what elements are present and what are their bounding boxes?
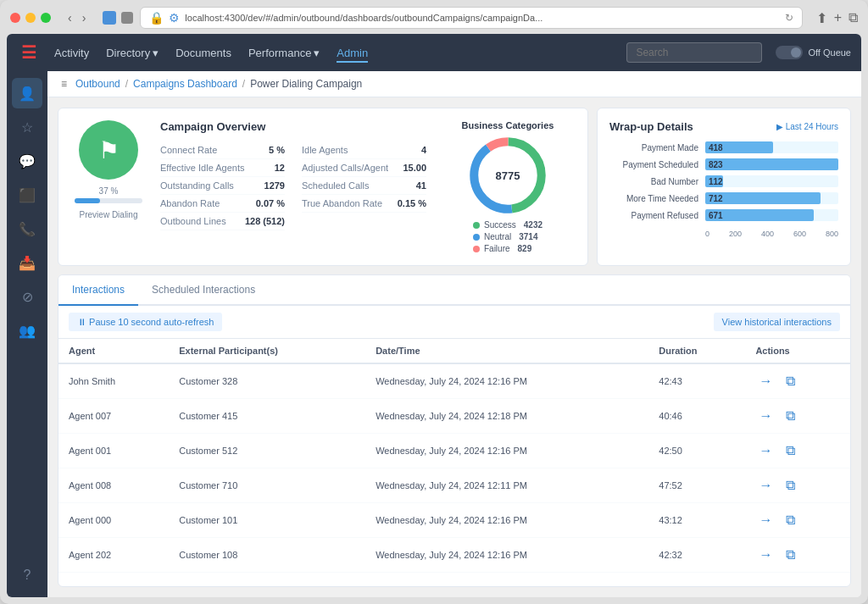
action-copy-button[interactable]: ⧉ bbox=[782, 372, 798, 391]
cell-actions: → ⧉ bbox=[745, 468, 850, 503]
bar-num: 712 bbox=[709, 194, 723, 203]
cell-datetime: Wednesday, July 24, 2024 12:16 PM bbox=[365, 363, 648, 399]
stats-left: Connect Rate 5 % Effective Idle Agents 1… bbox=[160, 141, 285, 230]
action-copy-button[interactable]: ⧉ bbox=[782, 476, 798, 495]
action-navigate-button[interactable]: → bbox=[755, 546, 776, 564]
donut-legend: Success 4232 Neutral 3714 bbox=[473, 220, 542, 253]
stat-idle-agents: Effective Idle Agents 12 bbox=[160, 159, 285, 177]
action-copy-button[interactable]: ⧉ bbox=[782, 511, 798, 529]
sidebar-icon-inbox[interactable]: 📥 bbox=[12, 247, 42, 278]
tab-scheduled[interactable]: Scheduled Interactions bbox=[138, 275, 269, 306]
nav-item-activity[interactable]: Activity bbox=[54, 43, 89, 63]
close-button[interactable] bbox=[10, 13, 20, 23]
sidebar-icon-settings[interactable]: ⊘ bbox=[12, 281, 42, 312]
search-input[interactable] bbox=[626, 42, 762, 63]
donut-chart: 8775 bbox=[470, 137, 546, 213]
bar-label: Payment Scheduled bbox=[609, 160, 698, 169]
bar-num: 418 bbox=[709, 143, 723, 152]
back-button[interactable]: ‹ bbox=[64, 9, 75, 26]
copy-button[interactable]: ⧉ bbox=[849, 10, 858, 26]
action-navigate-button[interactable]: → bbox=[755, 476, 776, 495]
nav-item-admin[interactable]: Admin bbox=[337, 43, 368, 63]
success-dot bbox=[473, 222, 480, 229]
stat-sched-calls: Scheduled Calls 41 bbox=[302, 177, 426, 195]
bar-fill bbox=[705, 158, 838, 170]
cell-actions: → ⧉ bbox=[745, 434, 850, 468]
stat-value: 5 % bbox=[269, 145, 285, 155]
share-button[interactable]: ⬆ bbox=[816, 10, 827, 26]
sidebar-icon-chat[interactable]: 💬 bbox=[12, 146, 42, 176]
new-tab-button[interactable]: + bbox=[834, 10, 842, 26]
nav-item-performance[interactable]: Performance ▾ bbox=[248, 43, 320, 63]
flag-icon: ⚑ bbox=[98, 136, 120, 164]
minimize-button[interactable] bbox=[25, 13, 36, 23]
cell-participant: Customer 415 bbox=[169, 399, 365, 434]
toggle-knob bbox=[791, 47, 801, 58]
maximize-button[interactable] bbox=[41, 13, 51, 23]
toggle-label: Off Queue bbox=[808, 47, 851, 58]
wrapup-header: Wrap-up Details ▶ Last 24 Hours bbox=[609, 120, 838, 133]
cell-actions: → ⧉ bbox=[745, 538, 850, 573]
bar-wrap: 671 bbox=[705, 209, 838, 221]
cell-duration: 43:12 bbox=[648, 503, 745, 538]
sidebar-icon-star[interactable]: ☆ bbox=[12, 112, 42, 142]
stat-adj-calls: Adjusted Calls/Agent 15.00 bbox=[302, 159, 426, 177]
cell-datetime: Wednesday, July 24, 2024 12:16 PM bbox=[365, 538, 648, 573]
wrapup-bar-bad-number: Bad Number 112 bbox=[609, 175, 838, 187]
action-navigate-button[interactable]: → bbox=[755, 511, 776, 529]
sidebar-icon-help[interactable]: ? bbox=[12, 560, 42, 590]
avatar-icon: 👤 bbox=[19, 86, 36, 102]
toggle-switch[interactable] bbox=[776, 46, 803, 59]
stat-value: 41 bbox=[416, 180, 426, 191]
cell-participant: Customer 328 bbox=[169, 363, 365, 399]
star-icon: ☆ bbox=[21, 119, 33, 136]
menu-icon[interactable]: ≡ bbox=[61, 78, 67, 90]
cell-participant: Customer 512 bbox=[169, 434, 365, 468]
phone-icon: 📞 bbox=[19, 221, 36, 237]
nav-item-documents[interactable]: Documents bbox=[175, 43, 231, 63]
campaign-stats: Campaign Overview Connect Rate 5 % bbox=[160, 120, 426, 253]
inbox-icon: 📥 bbox=[19, 255, 36, 271]
cell-duration: 47:52 bbox=[648, 468, 745, 503]
breadcrumb-sep-1: / bbox=[125, 78, 128, 90]
action-copy-button[interactable]: ⧉ bbox=[782, 407, 798, 425]
action-navigate-button[interactable]: → bbox=[755, 407, 776, 425]
address-bar[interactable]: 🔒 ⚙ localhost:4300/dev/#/admin/outbound/… bbox=[140, 7, 802, 29]
action-copy-button[interactable]: ⧉ bbox=[782, 546, 798, 564]
sidebar-icon-screen[interactable]: ⬛ bbox=[12, 180, 42, 210]
sidebar-icon-avatar[interactable]: 👤 bbox=[12, 78, 42, 108]
nav-items: Activity Directory ▾ Documents Performan… bbox=[54, 43, 613, 63]
stat-outstanding: Outstanding Calls 1279 bbox=[160, 177, 285, 195]
breadcrumb-outbound[interactable]: Outbound bbox=[75, 78, 120, 90]
forward-button[interactable]: › bbox=[79, 9, 90, 26]
col-participant: External Participant(s) bbox=[169, 339, 365, 363]
wrapup-time: ▶ Last 24 Hours bbox=[776, 122, 838, 131]
action-copy-button[interactable]: ⧉ bbox=[782, 441, 798, 460]
progress-bar-wrap: 37 % bbox=[75, 186, 142, 203]
cell-participant: Customer 710 bbox=[169, 468, 365, 503]
wrapup-card: Wrap-up Details ▶ Last 24 Hours Payment … bbox=[597, 108, 851, 266]
tab-interactions[interactable]: Interactions bbox=[58, 275, 138, 306]
col-actions: Actions bbox=[745, 339, 850, 363]
cell-agent: Agent 007 bbox=[58, 399, 169, 434]
sidebar-icon-phone[interactable]: 📞 bbox=[12, 213, 42, 244]
legend-neutral: Neutral 3714 bbox=[473, 232, 542, 241]
wrapup-bar-payment-refused: Payment Refused 671 bbox=[609, 209, 838, 221]
cell-actions: → ⧉ bbox=[745, 503, 850, 538]
donut-center-value: 8775 bbox=[496, 169, 520, 182]
bar-wrap: 112 bbox=[705, 175, 838, 187]
action-navigate-button[interactable]: → bbox=[755, 441, 776, 460]
stat-abandon: Abandon Rate 0.07 % bbox=[160, 195, 285, 213]
breadcrumb-current: Power Dialing Campaign bbox=[250, 78, 362, 90]
stat-outbound-lines: Outbound Lines 128 (512) bbox=[160, 213, 285, 230]
action-navigate-button[interactable]: → bbox=[755, 372, 776, 391]
pause-button[interactable]: ⏸ Pause 10 second auto-refresh bbox=[69, 313, 222, 331]
sidebar-icon-users[interactable]: 👥 bbox=[12, 315, 42, 346]
cell-agent: John Smith bbox=[58, 363, 169, 399]
view-historical-button[interactable]: View historical interactions bbox=[714, 313, 840, 331]
content-area: ≡ Outbound / Campaigns Dashboard / Power… bbox=[47, 71, 861, 597]
nav-item-directory[interactable]: Directory ▾ bbox=[106, 43, 159, 63]
interactions-panel: Interactions Scheduled Interactions ⏸ Pa… bbox=[58, 274, 851, 587]
stat-value: 0.07 % bbox=[256, 198, 285, 208]
breadcrumb-campaigns[interactable]: Campaigns Dashboard bbox=[133, 78, 237, 90]
